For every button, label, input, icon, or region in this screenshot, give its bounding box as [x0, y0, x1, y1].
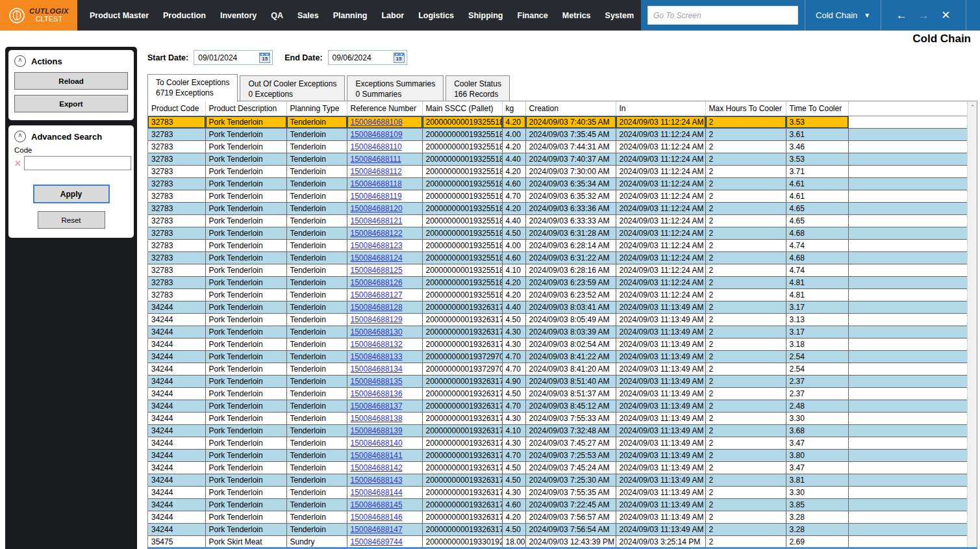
reference-number-link[interactable]: 150084688109 — [351, 130, 403, 139]
nav-item-logistics[interactable]: Logistics — [411, 11, 461, 20]
vertical-scrollbar[interactable]: ⌃ — [967, 102, 977, 548]
tab-exceptions-summaries[interactable]: Exceptions Summaries0 Summaries — [347, 75, 444, 101]
table-row[interactable]: 34244Pork TenderloinTenderloin1500846881… — [148, 400, 968, 412]
reference-number-link[interactable]: 150084688139 — [351, 426, 403, 435]
reference-number-link[interactable]: 150084688122 — [351, 229, 403, 238]
go-to-screen-input[interactable] — [647, 6, 798, 25]
column-header-in[interactable]: In — [616, 101, 705, 116]
table-row[interactable]: 32783Pork TenderloinTenderloin1500846881… — [148, 128, 968, 140]
table-row[interactable]: 32783Pork TenderloinTenderloin1500846881… — [148, 251, 968, 264]
calendar-icon[interactable]: 15 — [394, 53, 405, 63]
tab-to-cooler-exceptions[interactable]: To Cooler Exceptions6719 Exceptions — [147, 74, 238, 102]
collapse-chevron-icon[interactable]: ˄ — [14, 131, 26, 142]
table-row[interactable]: 32783Pork TenderloinTenderloin1500846881… — [148, 288, 968, 301]
table-row[interactable]: 32783Pork TenderloinTenderloin1500846881… — [148, 190, 968, 202]
table-row[interactable]: 32783Pork TenderloinTenderloin1500846881… — [148, 165, 968, 177]
reference-number-link[interactable]: 150084688125 — [351, 266, 403, 275]
nav-item-finance[interactable]: Finance — [510, 11, 555, 20]
forward-arrow-icon[interactable]: → — [912, 9, 935, 22]
reference-number-link[interactable]: 150084688133 — [351, 352, 403, 361]
nav-item-labor[interactable]: Labor — [374, 11, 411, 20]
reference-number-link[interactable]: 150084688126 — [351, 278, 403, 287]
table-row[interactable]: 34244Pork TenderloinTenderloin1500846881… — [148, 523, 968, 535]
table-row[interactable]: 32783Pork TenderloinTenderloin1500846881… — [148, 227, 968, 239]
nav-item-planning[interactable]: Planning — [326, 11, 375, 20]
reference-number-link[interactable]: 150084688134 — [351, 364, 403, 374]
reference-number-link[interactable]: 150084688128 — [351, 303, 403, 312]
reference-number-link[interactable]: 150084688140 — [351, 439, 403, 448]
reference-number-link[interactable]: 150084688147 — [351, 525, 403, 534]
reference-number-link[interactable]: 150084688129 — [351, 315, 403, 324]
table-row[interactable]: 32783Pork TenderloinTenderloin1500846881… — [148, 140, 968, 153]
code-input[interactable] — [24, 156, 131, 170]
table-row[interactable]: 34244Pork TenderloinTenderloin1500846881… — [148, 301, 968, 313]
table-row[interactable]: 34244Pork TenderloinTenderloin1500846881… — [148, 474, 968, 486]
reference-number-link[interactable]: 150084688146 — [351, 513, 403, 522]
table-row[interactable]: 32783Pork TenderloinTenderloin1500846881… — [148, 153, 968, 165]
table-row[interactable]: 34244Pork TenderloinTenderloin1500846881… — [148, 461, 968, 474]
reference-number-link[interactable]: 150084688119 — [351, 192, 402, 201]
reset-button[interactable]: Reset — [38, 211, 105, 229]
nav-item-shipping[interactable]: Shipping — [461, 11, 510, 20]
close-icon[interactable]: ✕ — [935, 8, 957, 22]
apply-button[interactable]: Apply — [33, 185, 110, 203]
reference-number-link[interactable]: 150084688132 — [351, 340, 403, 349]
column-header-creation[interactable]: Creation — [525, 101, 616, 116]
reference-number-link[interactable]: 150084689744 — [351, 537, 403, 546]
screen-selector-dropdown[interactable]: Cold Chain ▼ — [805, 0, 881, 31]
reference-number-link[interactable]: 150084688144 — [351, 488, 403, 497]
column-header-kg[interactable]: kg — [502, 101, 525, 116]
table-row[interactable]: 32783Pork TenderloinTenderloin1500846881… — [148, 202, 968, 214]
reference-number-link[interactable]: 150084688138 — [351, 414, 403, 423]
column-header-reference-number[interactable]: Reference Number — [347, 101, 422, 116]
column-header-max-hours-to-cooler[interactable]: Max Hours To Cooler — [705, 101, 786, 116]
nav-item-sales[interactable]: Sales — [290, 11, 326, 20]
table-row[interactable]: 32783Pork TenderloinTenderloin1500846881… — [148, 239, 968, 251]
reference-number-link[interactable]: 150084688112 — [351, 167, 402, 176]
scroll-up-icon[interactable]: ⌃ — [968, 102, 977, 112]
reference-number-link[interactable]: 150084688142 — [351, 463, 403, 472]
column-header-planning-type[interactable]: Planning Type — [286, 101, 347, 116]
nav-item-qa[interactable]: QA — [264, 11, 290, 20]
table-row[interactable]: 34244Pork TenderloinTenderloin1500846881… — [148, 375, 968, 387]
table-row[interactable]: 34244Pork TenderloinTenderloin1500846881… — [148, 350, 968, 363]
table-row[interactable]: 34244Pork TenderloinTenderloin1500846881… — [148, 424, 968, 437]
reference-number-link[interactable]: 150084688110 — [351, 142, 402, 151]
table-row[interactable]: 34244Pork TenderloinTenderloin1500846881… — [148, 437, 968, 449]
reference-number-link[interactable]: 150084688137 — [351, 402, 403, 411]
table-row[interactable]: 34244Pork TenderloinTenderloin1500846881… — [148, 511, 968, 523]
reload-button[interactable]: Reload — [14, 72, 128, 90]
nav-item-inventory[interactable]: Inventory — [213, 11, 264, 20]
reference-number-link[interactable]: 150084688121 — [351, 216, 403, 225]
table-row[interactable]: 32783Pork TenderloinTenderloin1500846881… — [148, 276, 968, 288]
nav-item-product-master[interactable]: Product Master — [82, 11, 156, 20]
reference-number-link[interactable]: 150084688108 — [351, 118, 403, 127]
reference-number-link[interactable]: 150084688136 — [351, 389, 403, 398]
table-row[interactable]: 32783Pork TenderloinTenderloin1500846881… — [148, 116, 968, 128]
table-row[interactable]: 34244Pork TenderloinTenderloin1500846881… — [148, 338, 968, 350]
back-arrow-icon[interactable]: ← — [890, 9, 912, 22]
reference-number-link[interactable]: 150084688118 — [351, 179, 402, 188]
reference-number-link[interactable]: 150084688145 — [351, 500, 403, 509]
calendar-icon[interactable]: 15 — [259, 53, 270, 63]
reference-number-link[interactable]: 150084688120 — [351, 204, 403, 213]
nav-item-metrics[interactable]: Metrics — [555, 11, 598, 20]
column-header-product-description[interactable]: Product Description — [205, 101, 286, 116]
table-row[interactable]: 34244Pork TenderloinTenderloin1500846881… — [148, 498, 968, 511]
table-row[interactable]: 32783Pork TenderloinTenderloin1500846881… — [148, 214, 968, 227]
table-row[interactable]: 34244Pork TenderloinTenderloin1500846881… — [148, 387, 968, 400]
tab-out-of-cooler-exceptions[interactable]: Out Of Cooler Exceptions0 Exceptions — [240, 75, 345, 101]
table-row[interactable]: 34244Pork TenderloinTenderloin1500846881… — [148, 449, 968, 461]
reference-number-link[interactable]: 150084688111 — [351, 155, 401, 164]
column-header-product-code[interactable]: Product Code — [148, 101, 205, 116]
reference-number-link[interactable]: 150084688141 — [351, 451, 403, 460]
end-date-field[interactable]: 09/06/2024 15 — [328, 50, 407, 65]
table-row[interactable]: 32783Pork TenderloinTenderloin1500846881… — [148, 264, 968, 276]
reference-number-link[interactable]: 150084688123 — [351, 241, 403, 250]
table-row[interactable]: 34244Pork TenderloinTenderloin1500846881… — [148, 363, 968, 375]
column-header-main-sscc-pallet[interactable]: Main SSCC (Pallet) — [422, 101, 502, 116]
nav-item-system[interactable]: System — [598, 11, 641, 20]
collapse-chevron-icon[interactable]: ˄ — [14, 55, 26, 67]
table-row[interactable]: 32783Pork TenderloinTenderloin1500846881… — [148, 177, 968, 190]
reference-number-link[interactable]: 150084688124 — [351, 253, 403, 262]
